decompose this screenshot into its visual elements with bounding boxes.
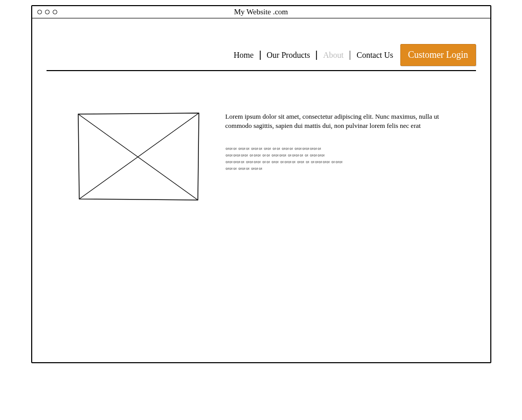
nav-contact-us[interactable]: Contact Us xyxy=(356,51,393,60)
nav-our-products[interactable]: Our Products xyxy=(267,51,310,60)
nav-home[interactable]: Home xyxy=(234,51,254,60)
customer-login-button[interactable]: Customer Login xyxy=(400,44,476,66)
scribble-line: ᘛᘛᘛᘛᘛ ᘛᘛᘛᘛ ᘛᘛ ᘛᘛ ᘛᘛᘛᘛ ᘛᘛ ᘛ ᘛᘛᘛᘛᘛ ᘛᘛᘛ xyxy=(225,159,379,166)
main-content-row: Lorem ipsum dolor sit amet, consectetur … xyxy=(47,112,476,202)
scribble-line: ᘛᘛᘛ ᘛᘛᘛ ᘛᘛᘛ xyxy=(225,166,379,172)
about-intro-text: Lorem ipsum dolor sit amet, consectetur … xyxy=(225,112,461,130)
nav-about[interactable]: About xyxy=(323,51,344,60)
nav-links: Home Our Products About Contact Us xyxy=(234,51,393,60)
browser-window: My Website .com Home Our Products About … xyxy=(31,5,491,363)
about-image-placeholder xyxy=(77,112,200,202)
header-divider xyxy=(47,70,476,71)
about-text-column: Lorem ipsum dolor sit amet, consectetur … xyxy=(225,112,476,202)
nav-separator xyxy=(316,51,317,60)
placeholder-icon xyxy=(77,112,200,202)
window-maximize-icon[interactable] xyxy=(53,10,57,14)
header-nav: Home Our Products About Contact Us Custo… xyxy=(47,44,476,66)
nav-separator xyxy=(350,51,351,60)
nav-separator xyxy=(260,51,261,60)
window-controls xyxy=(32,10,57,14)
window-close-icon[interactable] xyxy=(37,10,42,14)
about-body-placeholder: ᘛᘛᘛ ᘛᘛᘛ ᘛᘛᘛ ᘛᘛ ᘛᘛ ᘛᘛᘛ ᘛᘛᘛᘛᘛᘛᘛ ᘛᘛᘛᘛᘛᘛ ᘛᘛᘛ… xyxy=(225,146,379,172)
window-minimize-icon[interactable] xyxy=(45,10,50,14)
scribble-line: ᘛᘛᘛᘛᘛᘛ ᘛᘛᘛ ᘛᘛ ᘛᘛᘛᘛ ᘛᘛᘛᘛ ᘛ ᘛᘛᘛᘛ xyxy=(225,152,379,159)
browser-titlebar: My Website .com xyxy=(32,6,490,18)
scribble-line: ᘛᘛᘛ ᘛᘛᘛ ᘛᘛᘛ ᘛᘛ ᘛᘛ ᘛᘛᘛ ᘛᘛᘛᘛᘛᘛᘛ xyxy=(225,146,379,152)
page-content: Home Our Products About Contact Us Custo… xyxy=(32,18,490,212)
browser-title: My Website .com xyxy=(32,8,490,16)
